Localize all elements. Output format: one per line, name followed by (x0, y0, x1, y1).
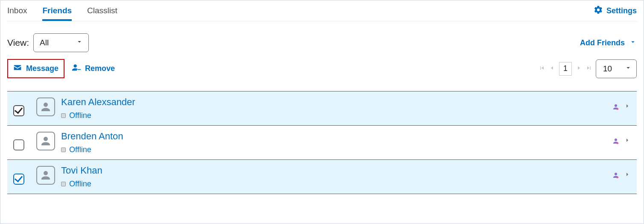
friend-name-link[interactable]: Karen Alexsander (61, 97, 612, 108)
status-dot-icon (61, 147, 66, 152)
row-menu-toggle[interactable] (624, 103, 631, 111)
chevron-down-icon (624, 64, 632, 74)
remove-user-icon (71, 63, 81, 74)
friend-info: Brenden AntonOffline (61, 131, 612, 154)
avatar (36, 166, 55, 185)
chevron-down-icon (76, 38, 83, 48)
settings-label: Settings (606, 6, 637, 15)
remove-button[interactable]: Remove (70, 59, 117, 78)
page-number-input[interactable]: 1 (559, 62, 572, 76)
select-checkbox[interactable] (13, 174, 24, 185)
friend-badge-icon (612, 171, 620, 179)
friend-badge-icon (612, 137, 620, 145)
status-text[interactable]: Offline (69, 145, 91, 154)
avatar (36, 97, 55, 116)
chevron-down-icon (629, 38, 637, 48)
status-text[interactable]: Offline (69, 180, 91, 189)
envelope-icon (13, 63, 22, 74)
friend-info: Tovi KhanOffline (61, 165, 612, 189)
tab-inbox[interactable]: Inbox (7, 0, 27, 21)
view-select[interactable]: All (33, 33, 89, 52)
row-menu-toggle[interactable] (624, 171, 631, 180)
page-size-select[interactable]: 10 (596, 59, 637, 78)
row-menu-toggle[interactable] (624, 137, 631, 145)
page-size-value: 10 (603, 64, 612, 74)
friend-row: Tovi KhanOffline (7, 160, 637, 194)
view-select-value: All (40, 38, 49, 47)
row-actions (612, 171, 631, 180)
row-actions (612, 137, 631, 145)
friend-row: Karen AlexsanderOffline (7, 91, 637, 126)
first-page-icon[interactable] (539, 65, 545, 73)
tab-friends[interactable]: Friends (42, 0, 72, 21)
page-number-value: 1 (563, 64, 568, 73)
select-checkbox[interactable] (13, 139, 24, 150)
tab-bar: InboxFriendsClasslist Settings (0, 0, 644, 21)
select-checkbox[interactable] (13, 105, 24, 116)
message-label: Message (26, 64, 59, 73)
gear-icon (594, 5, 603, 17)
friend-badge-icon (612, 103, 620, 111)
next-page-icon[interactable] (575, 65, 582, 73)
add-friends-button[interactable]: Add Friends (580, 38, 637, 48)
friend-info: Karen AlexsanderOffline (61, 97, 612, 120)
status-line: Offline (61, 145, 612, 154)
prev-page-icon[interactable] (549, 65, 556, 73)
status-line: Offline (61, 111, 612, 120)
avatar (36, 132, 55, 150)
status-dot-icon (61, 113, 66, 118)
view-label: View: (7, 38, 29, 48)
message-button[interactable]: Message (7, 59, 64, 78)
remove-label: Remove (85, 64, 115, 73)
friend-name-link[interactable]: Tovi Khan (61, 165, 612, 176)
tab-classlist[interactable]: Classlist (87, 0, 117, 21)
row-actions (612, 103, 631, 111)
status-text[interactable]: Offline (69, 111, 91, 120)
last-page-icon[interactable] (585, 65, 592, 73)
add-friends-label: Add Friends (580, 38, 625, 47)
friends-list: Karen AlexsanderOfflineBrenden AntonOffl… (7, 91, 637, 194)
friend-name-link[interactable]: Brenden Anton (61, 131, 612, 142)
friend-row: Brenden AntonOffline (7, 126, 637, 160)
settings-link[interactable]: Settings (594, 5, 637, 17)
status-dot-icon (61, 182, 66, 186)
status-line: Offline (61, 180, 612, 189)
